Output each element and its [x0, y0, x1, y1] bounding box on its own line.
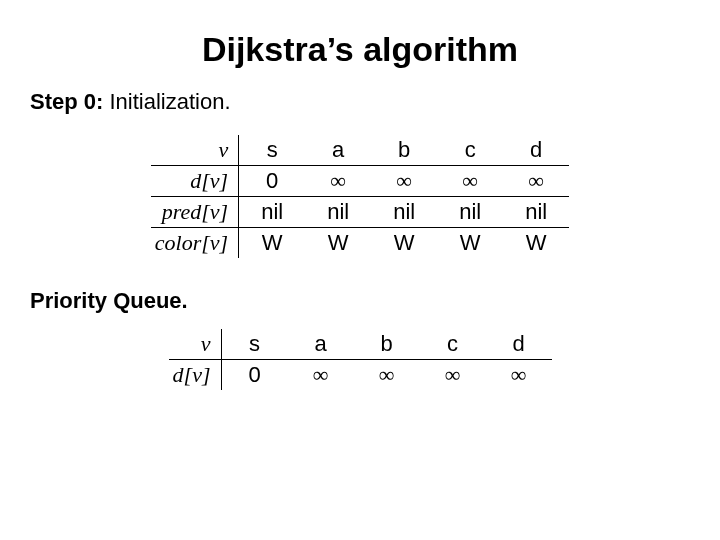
cell: 0 — [239, 166, 306, 197]
init-table: v s a b c d d[v] 0 ∞ ∞ ∞ ∞ pred[v] nil n… — [151, 135, 569, 258]
init-table-wrap: v s a b c d d[v] 0 ∞ ∞ ∞ ∞ pred[v] nil n… — [30, 135, 690, 258]
cell: W — [371, 228, 437, 259]
cell: nil — [239, 197, 306, 228]
row-header: pred[v] — [151, 197, 239, 228]
col-header: b — [371, 135, 437, 166]
slide: Dijkstra’s algorithm Step 0: Initializat… — [0, 0, 720, 410]
cell: ∞ — [486, 360, 552, 391]
table-row: d[v] 0 ∞ ∞ ∞ ∞ — [151, 166, 569, 197]
col-header: a — [305, 135, 371, 166]
col-header: a — [288, 329, 354, 360]
page-title: Dijkstra’s algorithm — [30, 30, 690, 69]
cell: nil — [437, 197, 503, 228]
cell: ∞ — [305, 166, 371, 197]
cell: ∞ — [503, 166, 569, 197]
col-header: s — [239, 135, 306, 166]
col-header: d — [486, 329, 552, 360]
cell: ∞ — [288, 360, 354, 391]
table-row: v s a b c d — [151, 135, 569, 166]
cell: nil — [305, 197, 371, 228]
row-header: d[v] — [169, 360, 222, 391]
cell: ∞ — [420, 360, 486, 391]
cell: W — [437, 228, 503, 259]
col-header: b — [354, 329, 420, 360]
cell: ∞ — [437, 166, 503, 197]
cell: nil — [503, 197, 569, 228]
priority-queue-label: Priority Queue. — [30, 288, 690, 314]
cell: W — [503, 228, 569, 259]
cell: W — [305, 228, 371, 259]
col-header: s — [221, 329, 288, 360]
row-header: v — [151, 135, 239, 166]
table-row: color[v] W W W W W — [151, 228, 569, 259]
col-header: c — [420, 329, 486, 360]
step-line: Step 0: Initialization. — [30, 89, 690, 115]
cell: W — [239, 228, 306, 259]
pq-table-wrap: v s a b c d d[v] 0 ∞ ∞ ∞ ∞ — [30, 329, 690, 390]
cell: nil — [371, 197, 437, 228]
step-text: Initialization. — [103, 89, 230, 114]
table-row: v s a b c d — [169, 329, 552, 360]
col-header: c — [437, 135, 503, 166]
row-header: color[v] — [151, 228, 239, 259]
table-row: d[v] 0 ∞ ∞ ∞ ∞ — [169, 360, 552, 391]
table-row: pred[v] nil nil nil nil nil — [151, 197, 569, 228]
step-label: Step 0: — [30, 89, 103, 114]
row-header: d[v] — [151, 166, 239, 197]
cell: ∞ — [371, 166, 437, 197]
pq-table: v s a b c d d[v] 0 ∞ ∞ ∞ ∞ — [169, 329, 552, 390]
col-header: d — [503, 135, 569, 166]
cell: 0 — [221, 360, 288, 391]
row-header: v — [169, 329, 222, 360]
cell: ∞ — [354, 360, 420, 391]
